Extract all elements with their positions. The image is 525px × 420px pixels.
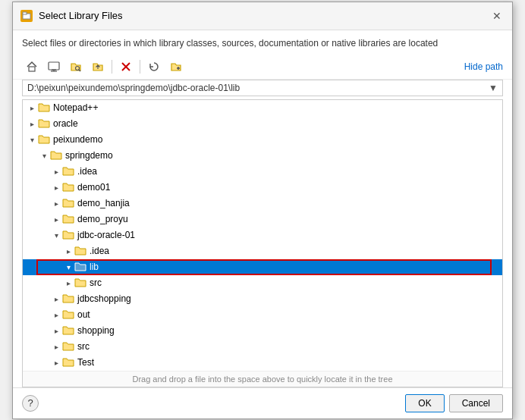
tree-item[interactable]: ▸ demo01 (23, 180, 502, 196)
desktop-button[interactable] (44, 58, 64, 76)
dialog-description: Select files or directories in which lib… (13, 30, 512, 55)
tree-item[interactable]: ▸ shopping (23, 323, 502, 339)
toolbar: Hide path (13, 55, 512, 80)
folder-icon (74, 245, 86, 258)
tree-toggle-icon: ▸ (26, 102, 38, 114)
toolbar-separator-1 (112, 60, 112, 74)
folder-browse-button[interactable] (66, 58, 86, 76)
drag-hint: Drag and drop a file into the space abov… (23, 371, 502, 387)
folder-icon (74, 261, 86, 274)
tree-item-label: shopping (77, 325, 115, 336)
tree-item[interactable]: ▾ springdemo (23, 148, 502, 164)
folder-icon (38, 133, 50, 146)
svg-rect-1 (23, 12, 27, 14)
folder-icon (62, 309, 74, 321)
tree-item[interactable]: ▸ demo_hanjia (23, 196, 502, 212)
folder-icon (62, 213, 74, 226)
tree-item-label: .idea (77, 166, 97, 177)
ok-button[interactable]: OK (405, 394, 444, 412)
tree-item-label: jdbcshopping (77, 293, 131, 304)
tree-item-label: lib (90, 262, 99, 272)
tree-toggle-icon: ▸ (50, 213, 62, 225)
folder-icon (74, 277, 86, 290)
tree-item-label: out (77, 309, 90, 320)
tree-item[interactable]: ▸ .idea (23, 164, 502, 180)
tree-item[interactable]: ▾ lib (23, 259, 502, 275)
refresh-button[interactable] (144, 58, 164, 76)
tree-item[interactable]: ▾ peixundemo (23, 132, 502, 148)
hide-path-link[interactable]: Hide path (464, 61, 503, 72)
tree-toggle-icon: ▸ (50, 309, 62, 321)
tree-item-label: src (77, 341, 90, 352)
tree-toggle-icon: ▾ (62, 261, 74, 273)
folder-icon (62, 340, 74, 353)
tree-item[interactable]: ▸ src (23, 275, 502, 291)
help-button[interactable]: ? (22, 395, 39, 412)
tree-toggle-icon: ▸ (62, 245, 74, 257)
tree-item-label: jdbc-oracle-01 (77, 230, 135, 240)
tree-toggle-icon: ▸ (62, 277, 74, 289)
tree-item-label: Test (77, 357, 94, 368)
folder-icon (62, 356, 74, 369)
tree-item[interactable]: ▾ jdbc-oracle-01 (23, 227, 502, 243)
tree-item-label: oracle (53, 118, 78, 129)
tree-item-label: src (90, 277, 102, 288)
select-library-dialog: Select Library Files ✕ Select files or d… (12, 2, 513, 419)
tree-item[interactable]: ▸ oracle (23, 116, 502, 132)
tree-item-label: demo_hanjia (77, 198, 130, 208)
dialog-icon (20, 10, 33, 22)
tree-toggle-icon: ▸ (50, 181, 62, 193)
tree-toggle-icon: ▸ (50, 340, 62, 353)
tree-toggle-icon: ▸ (50, 165, 62, 177)
tree-item-label: demo01 (77, 182, 110, 193)
home-button[interactable] (22, 58, 42, 76)
folder-icon (38, 118, 50, 130)
folder-icon (62, 324, 74, 337)
tree-item[interactable]: ▸ Test (23, 355, 502, 371)
path-bar: D:\peixun\peixundemo\springdemo\jdbc-ora… (22, 80, 503, 96)
tree-item-label: .idea (90, 246, 109, 256)
tree-item-label: Notepad++ (53, 102, 98, 113)
dialog-title: Select Library Files (39, 10, 123, 21)
tree-item-label: peixundemo (53, 134, 102, 145)
path-dropdown-icon[interactable]: ▼ (489, 83, 498, 93)
tree-toggle-icon: ▸ (50, 197, 62, 209)
tree-item[interactable]: ▸ .idea (23, 243, 502, 259)
path-text: D:\peixun\peixundemo\springdemo\jdbc-ora… (27, 83, 489, 93)
folder-icon (50, 149, 62, 162)
file-tree[interactable]: ▸ Notepad++▸ oracle▾ peixundemo▾ springd… (22, 99, 503, 387)
svg-rect-2 (29, 67, 35, 71)
tree-item[interactable]: ▸ jdbcshopping (23, 291, 502, 307)
svg-rect-3 (49, 62, 59, 70)
tree-toggle-icon: ▾ (26, 133, 38, 146)
folder-icon (62, 293, 74, 306)
folder-icon (62, 181, 74, 194)
tree-toggle-icon: ▸ (26, 118, 38, 130)
tree-toggle-icon: ▾ (50, 229, 62, 241)
tree-item-label: springdemo (65, 150, 113, 161)
footer: ? OK Cancel (13, 387, 512, 418)
title-bar: Select Library Files ✕ (13, 2, 512, 30)
folder-up-button[interactable] (88, 58, 108, 76)
tree-item[interactable]: ▸ demo_proyu (23, 212, 502, 227)
tree-toggle-icon: ▾ (38, 149, 50, 161)
folder-icon (62, 197, 74, 210)
toolbar-separator-2 (140, 60, 140, 74)
tree-toggle-icon: ▸ (50, 356, 62, 368)
delete-button[interactable] (116, 58, 136, 76)
tree-item-label: demo_proyu (77, 214, 128, 224)
tree-item[interactable]: ▸ src (23, 339, 502, 355)
close-button[interactable]: ✕ (489, 8, 505, 24)
new-folder-button[interactable] (166, 58, 186, 76)
cancel-button[interactable]: Cancel (449, 394, 503, 412)
folder-icon (62, 229, 74, 242)
tree-toggle-icon: ▸ (50, 293, 62, 305)
tree-toggle-icon: ▸ (50, 324, 62, 337)
folder-icon (38, 102, 50, 114)
tree-item[interactable]: ▸ out (23, 307, 502, 323)
folder-icon (62, 165, 74, 178)
tree-item[interactable]: ▸ Notepad++ (23, 100, 502, 116)
